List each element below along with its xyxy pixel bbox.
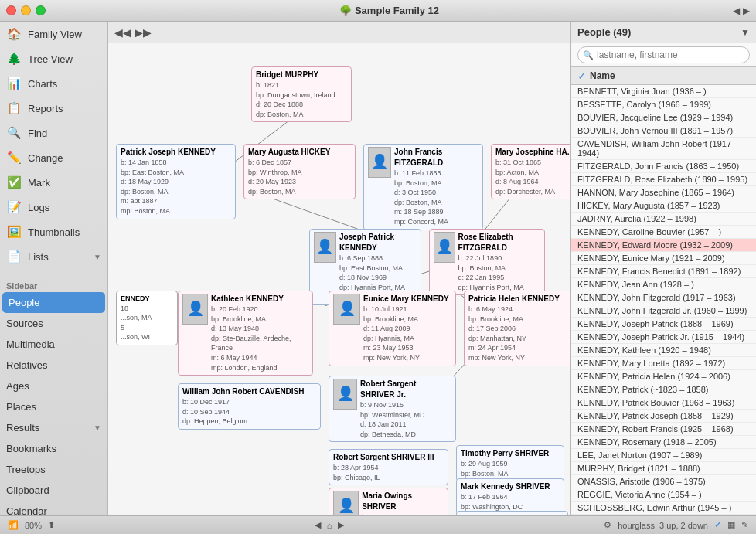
family-view-icon: 🏠 xyxy=(6,26,22,42)
people-panel-dropdown-icon[interactable]: ▼ xyxy=(741,27,750,38)
sidebar-item-tree-view[interactable]: 🌲 Tree View xyxy=(0,46,107,71)
person-row[interactable]: HICKEY, Mary Augusta (1857 – 1923) xyxy=(571,199,756,213)
person-row[interactable]: FITZGERALD, Rose Elizabeth (1890 – 1995) xyxy=(571,173,756,186)
sidebar-item-results[interactable]: Results ▼ xyxy=(0,417,107,438)
sidebar-item-clipboard[interactable]: Clipboard xyxy=(0,480,107,501)
sidebar-item-bookmarks[interactable]: Bookmarks xyxy=(0,438,107,459)
sidebar-item-relatives[interactable]: Relatives xyxy=(0,355,107,376)
person-row[interactable]: KENNEDY, Edward Moore (1932 – 2009) xyxy=(571,239,756,252)
sidebar-item-ages[interactable]: Ages xyxy=(0,376,107,396)
sidebar-item-sources[interactable]: Sources xyxy=(0,313,107,334)
person-row[interactable]: BENNETT, Virginia Joan (1936 – ) xyxy=(571,85,756,98)
minimize-button[interactable] xyxy=(21,5,31,15)
gear-icon[interactable]: ⚙ xyxy=(604,520,611,530)
sidebar-item-treetops[interactable]: Treetops xyxy=(0,459,107,480)
person-row[interactable]: BOUVIER, John Vernou III (1891 – 1957) xyxy=(571,124,756,138)
person-row[interactable]: KENNEDY, John Fitzgerald Jr. (1960 – 199… xyxy=(571,304,756,318)
sidebar-item-change[interactable]: ✏️ Change xyxy=(0,145,107,170)
nav-forward-icon[interactable]: ▶ xyxy=(338,520,344,530)
person-row[interactable]: KENNEDY, Patrick Bouvier (1963 – 1963) xyxy=(571,396,756,410)
person-row[interactable]: KENNEDY, Patrick (~1823 – 1858) xyxy=(571,383,756,396)
person-card-kathleen-kennedy[interactable]: 👤 Kathleen KENNEDY b: 20 Feb 1920 bp: Br… xyxy=(178,291,313,376)
sidebar-item-reports[interactable]: 📋 Reports xyxy=(0,96,107,121)
home-icon[interactable]: ⌂ xyxy=(327,521,332,530)
sidebar-item-places[interactable]: Places xyxy=(0,396,107,417)
person-row[interactable]: JADRNY, Aurelia (1922 – 1998) xyxy=(571,213,756,226)
person-row[interactable]: LEE, Janet Norton (1907 – 1989) xyxy=(571,449,756,462)
person-row[interactable]: BOUVIER, Jacqueline Lee (1929 – 1994) xyxy=(571,111,756,124)
lists-icon: 📄 xyxy=(6,249,22,264)
sidebar: 🏠 Family View 🌲 Tree View 📊 Charts 📋 Rep… xyxy=(0,22,108,515)
person-row[interactable]: KENNEDY, Joseph Patrick (1888 – 1969) xyxy=(571,318,756,331)
toolbar-nav-left[interactable]: ◀◀ xyxy=(114,26,131,39)
change-icon: ✏️ xyxy=(6,150,22,165)
person-row[interactable]: KENNEDY, Joseph Patrick Jr. (1915 – 1944… xyxy=(571,331,756,344)
person-row[interactable]: REGGIE, Victoria Anne (1954 – ) xyxy=(571,488,756,502)
sidebar-item-thumbnails[interactable]: 🖼️ Thumbnails xyxy=(0,219,107,244)
person-card-william-cavendish[interactable]: William John Robert CAVENDISH b: 10 Dec … xyxy=(178,383,321,430)
person-card-mark-shriver[interactable]: Mark Kennedy SHRIVER b: 17 Feb 1964 bp: … xyxy=(456,478,564,515)
person-card-bridget-murphy[interactable]: Bridget MURPHY b: 1821 bp: Dunganstown, … xyxy=(251,66,352,122)
person-row[interactable]: SCHLOSSBERG, Edwin Arthur (1945 – ) xyxy=(571,502,756,515)
logs-icon: 📝 xyxy=(6,199,22,215)
window-title: 🌳 Sample Family 12 xyxy=(339,5,439,16)
search-input[interactable] xyxy=(577,46,750,63)
person-row[interactable]: CAVENDISH, William John Robert (1917 – 1… xyxy=(571,138,756,160)
person-card-mary-josephine[interactable]: Mary Josephine HA... b: 31 Oct 1865 bp: … xyxy=(491,144,570,199)
person-card-timothy-shriver[interactable]: Timothy Perry SHRIVER b: 29 Aug 1959 bp:… xyxy=(456,445,564,481)
maximize-button[interactable] xyxy=(36,5,46,15)
share-icon[interactable]: ⬆ xyxy=(48,520,55,530)
nav-left-icon[interactable]: ◀ xyxy=(733,5,740,16)
sidebar-item-family-view[interactable]: 🏠 Family View xyxy=(0,22,107,46)
family-tree[interactable]: Bridget MURPHY b: 1821 bp: Dunganstown, … xyxy=(108,43,570,515)
traffic-lights[interactable] xyxy=(6,5,46,15)
shriver-jr-photo: 👤 xyxy=(333,379,357,410)
person-card-kennedy-partial[interactable]: ENNEDY 18 ...son, MA 5 ...son, WI xyxy=(116,291,178,345)
person-row[interactable]: KENNEDY, Francis Benedict (1891 – 1892) xyxy=(571,265,756,278)
person-card-robert-shriver-jr[interactable]: 👤 Robert Sargent SHRIVER Jr. b: 9 Nov 19… xyxy=(329,376,456,442)
col-name-label: Name xyxy=(590,70,615,81)
nav-right-icon[interactable]: ▶ xyxy=(743,5,750,16)
person-card-patrick-kennedy[interactable]: Patrick Joseph KENNEDY b: 14 Jan 1858 bp… xyxy=(116,144,236,219)
sidebar-item-multimedia[interactable]: Multimedia xyxy=(0,334,107,355)
person-row[interactable]: FITZGERALD, John Francis (1863 – 1950) xyxy=(571,160,756,173)
person-row[interactable]: KENNEDY, Caroline Bouvier (1957 – ) xyxy=(571,226,756,239)
person-row[interactable]: MURPHY, Bridget (1821 – 1888) xyxy=(571,462,756,475)
person-card-john-fitzgerald[interactable]: 👤 John Francis FITZGERALD b: 11 Feb 1863… xyxy=(363,144,483,230)
person-row[interactable]: KENNEDY, Kathleen (1920 – 1948) xyxy=(571,344,756,357)
edit-icon[interactable]: ✎ xyxy=(741,520,748,530)
person-row[interactable]: KENNEDY, Robert Francis (1925 – 1968) xyxy=(571,423,756,436)
titlebar-right: ◀ ▶ xyxy=(733,5,750,16)
person-row[interactable]: KENNEDY, Rosemary (1918 – 2005) xyxy=(571,436,756,449)
person-row[interactable]: KENNEDY, Eunice Mary (1921 – 2009) xyxy=(571,252,756,265)
person-card-mary-hickey[interactable]: Mary Augusta HICKEY b: 6 Dec 1857 bp: Wi… xyxy=(243,144,356,199)
person-card-maria-shriver[interactable]: 👤 Maria Owings SHRIVER b: 6 Nov 1955 bp:… xyxy=(329,488,448,515)
sidebar-item-mark[interactable]: ✅ Mark xyxy=(0,170,107,195)
person-row[interactable]: KENNEDY, Mary Loretta (1892 – 1972) xyxy=(571,357,756,370)
person-card-eunice-kennedy[interactable]: 👤 Eunice Mary KENNEDY b: 10 Jul 1921 bp:… xyxy=(329,291,456,366)
person-card-robert-shriver-iii[interactable]: Robert Sargent SHRIVER III b: 28 Apr 195… xyxy=(329,449,448,485)
results-expand-icon: ▼ xyxy=(94,423,101,432)
person-row[interactable]: KENNEDY, John Fitzgerald (1917 – 1963) xyxy=(571,291,756,304)
sidebar-item-people[interactable]: People xyxy=(2,292,105,313)
person-row[interactable]: BESSETTE, Carolyn (1966 – 1999) xyxy=(571,98,756,111)
person-row[interactable]: KENNEDY, Patrick Joseph (1858 – 1929) xyxy=(571,410,756,423)
sidebar-item-charts[interactable]: 📊 Charts xyxy=(0,71,107,96)
person-card-anthony-shriver[interactable]: Anthony Paul Kennedy SHRIVER b: 20 Jul 1… xyxy=(456,511,568,515)
sidebar-item-calendar[interactable]: Calendar xyxy=(0,501,107,515)
person-card-rose-fitzgerald[interactable]: 👤 Rose Elizabeth FITZGERALD b: 22 Jul 18… xyxy=(429,229,545,295)
close-button[interactable] xyxy=(6,5,16,15)
sidebar-item-lists[interactable]: 📄 Lists ▼ xyxy=(0,244,107,269)
person-row[interactable]: HANNON, Mary Josephine (1865 – 1964) xyxy=(571,186,756,199)
center-toolbar: ◀◀ ▶▶ xyxy=(108,22,570,43)
sidebar-item-find[interactable]: 🔍 Find xyxy=(0,121,107,145)
person-row[interactable]: KENNEDY, Jean Ann (1928 – ) xyxy=(571,278,756,291)
center-content: ◀◀ ▶▶ Bridget MURPHY xyxy=(108,22,570,515)
toolbar-nav-right[interactable]: ▶▶ xyxy=(135,26,152,39)
person-card-patricia-helen[interactable]: Patricia Helen KENNEDY b: 6 May 1924 bp:… xyxy=(464,291,570,366)
nav-back-icon[interactable]: ◀ xyxy=(315,520,321,530)
person-row[interactable]: ONASSIS, Aristotle (1906 – 1975) xyxy=(571,475,756,488)
sidebar-item-logs[interactable]: 📝 Logs xyxy=(0,195,107,219)
layout-icon[interactable]: ▦ xyxy=(727,520,735,530)
person-row[interactable]: KENNEDY, Patricia Helen (1924 – 2006) xyxy=(571,370,756,383)
